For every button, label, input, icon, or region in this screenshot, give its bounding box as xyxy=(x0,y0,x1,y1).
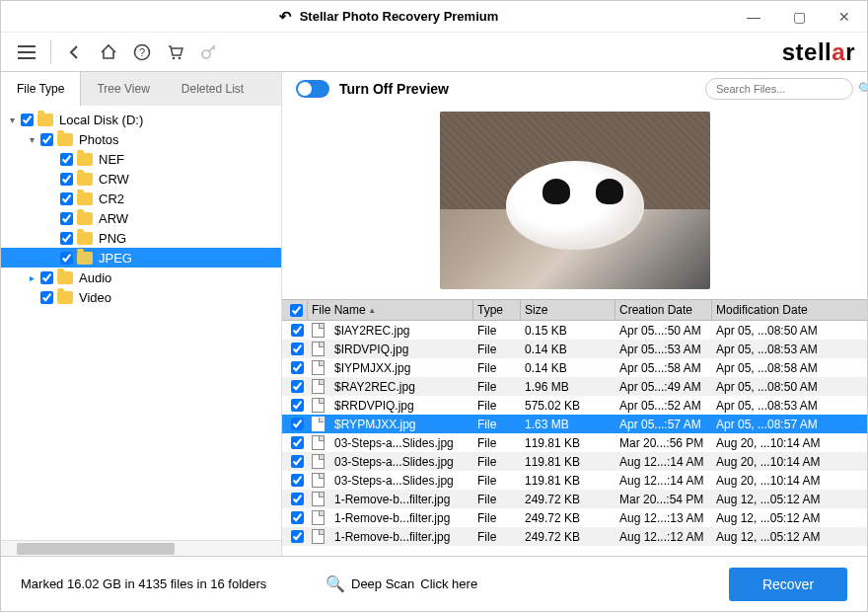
tree-checkbox[interactable] xyxy=(40,133,53,146)
tree-view[interactable]: ▾Local Disk (D:)▾PhotosNEFCRWCR2ARWPNGJP… xyxy=(1,106,281,540)
row-checkbox[interactable] xyxy=(282,530,308,543)
cell-size: 0.15 KB xyxy=(521,324,615,338)
tree-item-video[interactable]: Video xyxy=(1,287,281,307)
table-row[interactable]: $IRDVPIQ.jpgFile0.14 KBApr 05...:53 AMAp… xyxy=(282,340,867,358)
folder-icon xyxy=(77,173,93,186)
tree-checkbox[interactable] xyxy=(40,271,53,284)
header-checkbox[interactable] xyxy=(282,300,308,320)
statusbar: Marked 16.02 GB in 4135 files in 16 fold… xyxy=(1,556,867,611)
cell-modification-date: Apr 05, ...08:53 AM xyxy=(712,343,867,356)
tree-h-scrollbar[interactable] xyxy=(1,540,281,556)
cell-size: 249.72 KB xyxy=(521,511,615,525)
tab-deleted-list[interactable]: Deleted List xyxy=(166,72,259,106)
tree-item-cr2[interactable]: CR2 xyxy=(1,189,281,208)
header-type[interactable]: Type xyxy=(473,300,521,320)
row-checkbox[interactable] xyxy=(282,399,308,412)
tree-item-label: Local Disk (D:) xyxy=(59,113,143,127)
header-modification-date[interactable]: Modification Date xyxy=(712,300,867,320)
menu-icon[interactable] xyxy=(13,38,40,66)
key-button[interactable] xyxy=(195,38,223,66)
search-box[interactable]: 🔍 xyxy=(705,78,853,100)
cell-filename: 1-Remove-b...filter.jpg xyxy=(308,510,473,525)
header-size[interactable]: Size xyxy=(521,300,615,320)
tree-item-arw[interactable]: ARW xyxy=(1,208,281,228)
cell-creation-date: Mar 20...:54 PM xyxy=(615,493,712,506)
home-button[interactable] xyxy=(95,38,122,66)
table-row[interactable]: 03-Steps-a...Slides.jpgFile119.81 KBAug … xyxy=(282,452,867,471)
cell-size: 119.81 KB xyxy=(521,455,615,469)
row-checkbox[interactable] xyxy=(282,324,308,337)
table-row[interactable]: 03-Steps-a...Slides.jpgFile119.81 KBMar … xyxy=(282,433,867,452)
tree-item-local-disk-d-[interactable]: ▾Local Disk (D:) xyxy=(1,110,281,129)
cell-type: File xyxy=(473,474,521,488)
cell-creation-date: Aug 12...:14 AM xyxy=(615,455,712,469)
row-checkbox[interactable] xyxy=(282,380,308,393)
back-button[interactable] xyxy=(61,38,89,66)
tree-checkbox[interactable] xyxy=(60,153,73,166)
tree-item-crw[interactable]: CRW xyxy=(1,169,281,189)
row-checkbox[interactable] xyxy=(282,455,308,468)
cart-button[interactable] xyxy=(162,38,189,66)
table-row[interactable]: $IYPMJXX.jpgFile0.14 KBApr 05...:58 AMAp… xyxy=(282,358,867,377)
preview-toggle[interactable] xyxy=(296,80,329,98)
row-checkbox[interactable] xyxy=(282,474,308,487)
cell-filename: $RYPMJXX.jpg xyxy=(308,417,473,431)
row-checkbox[interactable] xyxy=(282,361,308,374)
tree-checkbox[interactable] xyxy=(40,291,53,304)
tree-checkbox[interactable] xyxy=(60,212,73,225)
table-row[interactable]: 1-Remove-b...filter.jpgFile249.72 KBAug … xyxy=(282,508,867,527)
cell-creation-date: Aug 12...:13 AM xyxy=(615,511,712,525)
tree-checkbox[interactable] xyxy=(60,192,73,205)
folder-icon xyxy=(57,291,73,304)
tab-tree-view[interactable]: Tree View xyxy=(81,72,165,106)
expand-caret-icon[interactable]: ▾ xyxy=(5,115,19,125)
table-row[interactable]: 1-Remove-b...filter.jpgFile249.72 KBMar … xyxy=(282,490,867,508)
tree-item-nef[interactable]: NEF xyxy=(1,149,281,169)
table-row[interactable]: $RAY2REC.jpgFile1.96 MBApr 05...:49 AMAp… xyxy=(282,377,867,396)
row-checkbox[interactable] xyxy=(282,511,308,524)
table-row[interactable]: $RRDVPIQ.jpgFile575.02 KBApr 05...:52 AM… xyxy=(282,396,867,415)
expand-caret-icon[interactable]: ▸ xyxy=(25,272,38,283)
folder-icon xyxy=(77,212,93,225)
deep-scan-link[interactable]: Click here xyxy=(420,576,477,591)
header-filename[interactable]: File Name▴ xyxy=(308,300,473,320)
row-checkbox[interactable] xyxy=(282,343,308,355)
cell-size: 0.14 KB xyxy=(521,343,615,356)
recover-button[interactable]: Recover xyxy=(729,568,847,601)
left-tabs: File TypeTree ViewDeleted List xyxy=(1,72,281,106)
cell-modification-date: Aug 20, ...10:14 AM xyxy=(712,436,867,450)
cell-filename: $IRDVPIQ.jpg xyxy=(308,342,473,356)
tree-checkbox[interactable] xyxy=(60,252,73,265)
minimize-button[interactable]: ― xyxy=(731,1,776,33)
table-row[interactable]: 03-Steps-a...Slides.jpgFile119.81 KBAug … xyxy=(282,471,867,490)
svg-point-2 xyxy=(173,56,176,59)
cell-filename: $IAY2REC.jpg xyxy=(308,323,473,338)
maximize-button[interactable]: ▢ xyxy=(776,1,822,33)
row-checkbox[interactable] xyxy=(282,493,308,505)
grid-body[interactable]: $IAY2REC.jpgFile0.15 KBApr 05...:50 AMAp… xyxy=(282,321,867,556)
brand-logo: stellar xyxy=(782,38,855,66)
search-input[interactable] xyxy=(716,83,852,95)
row-checkbox[interactable] xyxy=(282,418,308,430)
tree-checkbox[interactable] xyxy=(60,232,73,245)
tab-file-type[interactable]: File Type xyxy=(1,72,81,106)
expand-caret-icon[interactable]: ▾ xyxy=(25,134,38,145)
cell-type: File xyxy=(473,436,521,450)
table-row[interactable]: $RYPMJXX.jpgFile1.63 MBApr 05...:57 AMAp… xyxy=(282,415,867,433)
close-button[interactable]: ✕ xyxy=(822,1,867,33)
tree-item-audio[interactable]: ▸Audio xyxy=(1,268,281,287)
tree-checkbox[interactable] xyxy=(21,114,34,126)
file-icon xyxy=(312,473,325,488)
cell-size: 249.72 KB xyxy=(521,530,615,544)
tree-checkbox[interactable] xyxy=(60,173,73,186)
tree-item-photos[interactable]: ▾Photos xyxy=(1,129,281,149)
file-icon xyxy=(312,417,325,431)
table-row[interactable]: 1-Remove-b...filter.jpgFile249.72 KBAug … xyxy=(282,527,867,546)
header-creation-date[interactable]: Creation Date xyxy=(615,300,712,320)
tree-item-jpeg[interactable]: JPEG xyxy=(1,248,281,268)
help-button[interactable]: ? xyxy=(128,38,156,66)
table-row[interactable]: $IAY2REC.jpgFile0.15 KBApr 05...:50 AMAp… xyxy=(282,321,867,340)
tree-item-png[interactable]: PNG xyxy=(1,228,281,248)
row-checkbox[interactable] xyxy=(282,436,308,449)
cell-filename: $RRDVPIQ.jpg xyxy=(308,398,473,413)
